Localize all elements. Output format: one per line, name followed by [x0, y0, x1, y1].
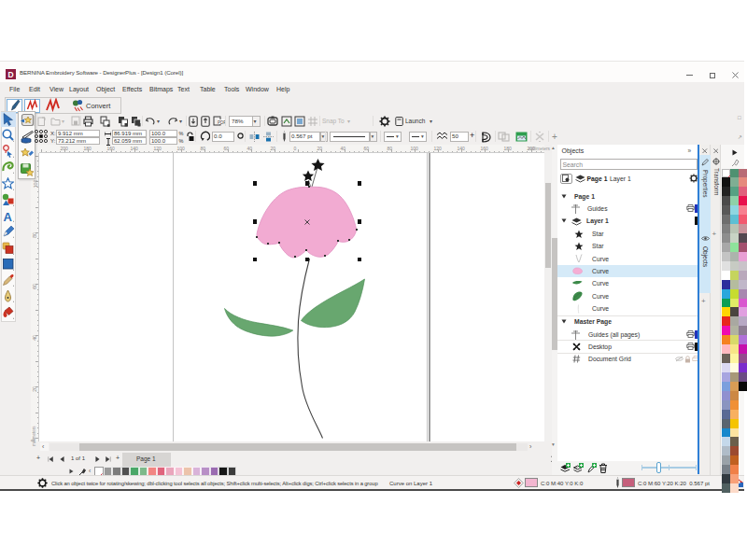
svg-text:PDF: PDF: [218, 120, 225, 125]
svg-text:A: A: [4, 210, 13, 223]
